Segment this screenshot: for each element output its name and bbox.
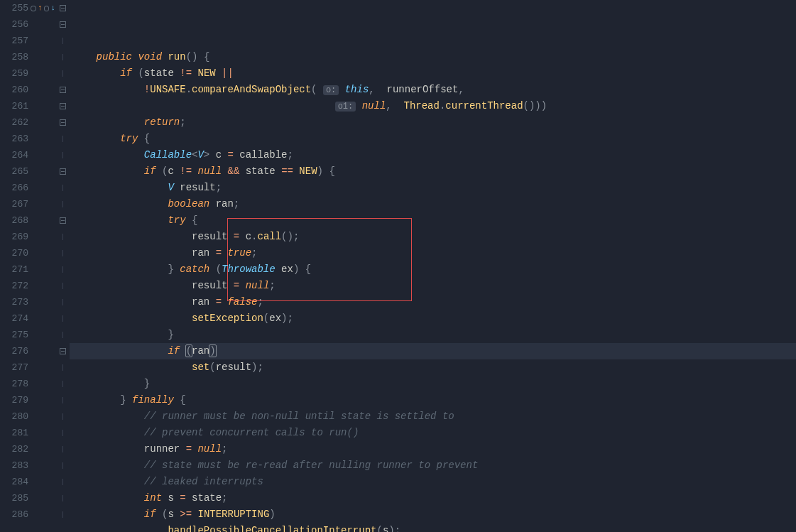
fold-column[interactable] <box>55 152 70 158</box>
fold-spacer <box>62 462 63 469</box>
fold-column[interactable] <box>55 87 70 93</box>
code-line[interactable]: V result; <box>70 180 796 196</box>
fold-column[interactable] <box>55 413 70 420</box>
code-line[interactable]: // prevent concurrent calls to run() <box>70 425 796 441</box>
code-line[interactable]: ran = false; <box>70 294 796 310</box>
code-line[interactable]: int s = state; <box>70 490 796 506</box>
code-area[interactable]: public void run() { if (state != NEW || … <box>70 0 796 532</box>
fold-spacer <box>62 397 63 403</box>
code-line[interactable]: // runner must be non-null until state i… <box>70 408 796 425</box>
code-line[interactable]: // leaked interrupts <box>70 474 796 490</box>
tok-call: call <box>257 231 281 242</box>
tok-runnerOffset: runnerOffset <box>387 84 459 95</box>
code-line[interactable]: if (s >= INTERRUPTING) <box>70 506 796 523</box>
fold-column[interactable] <box>55 168 70 175</box>
op-eq: = <box>186 443 192 455</box>
fold-column[interactable] <box>55 185 70 191</box>
fold-column[interactable] <box>55 283 70 289</box>
code-line[interactable]: Callable<V> c = callable; <box>70 147 796 163</box>
fold-column[interactable] <box>55 348 70 354</box>
code-line[interactable]: } <box>70 327 796 343</box>
code-line[interactable]: runner = null; <box>70 441 796 457</box>
code-line[interactable]: try { <box>70 131 796 147</box>
fold-column[interactable] <box>55 70 70 77</box>
code-line[interactable]: result = null; <box>70 278 796 294</box>
fold-column[interactable] <box>55 479 70 485</box>
tok-void: void <box>138 51 162 63</box>
tok-null: null <box>362 100 386 112</box>
fold-column[interactable] <box>55 462 70 469</box>
code-line[interactable]: handlePossibleCancellationInterrupt(s); <box>70 523 796 532</box>
fold-column[interactable] <box>55 21 70 28</box>
fold-column[interactable] <box>55 446 70 452</box>
fold-column[interactable] <box>55 299 70 305</box>
code-line[interactable]: } catch (Throwable ex) { <box>70 261 796 278</box>
tok-boolean: boolean <box>168 198 209 210</box>
fold-spacer <box>62 152 63 158</box>
line-number: 257 <box>0 33 28 49</box>
gutter-row: 268 <box>0 212 70 229</box>
fold-icon[interactable] <box>60 348 66 354</box>
gutter-row: 273 <box>0 294 70 310</box>
fold-column[interactable] <box>55 38 70 44</box>
code-line[interactable]: setException(ex); <box>70 310 796 327</box>
punct: } <box>120 394 126 406</box>
fold-column[interactable] <box>55 119 70 126</box>
fold-column[interactable] <box>55 5 70 11</box>
fold-column[interactable] <box>55 315 70 322</box>
tok-handlePossibleCancellationInterrupt: handlePossibleCancellationInterrupt <box>168 525 376 532</box>
fold-column[interactable] <box>55 381 70 387</box>
fold-icon[interactable] <box>60 5 66 11</box>
punct: ; <box>180 116 185 128</box>
code-line[interactable]: ran = true; <box>70 245 796 261</box>
code-line[interactable]: } <box>70 376 796 392</box>
fold-column[interactable] <box>55 217 70 224</box>
fold-spacer <box>62 70 63 77</box>
line-number: 255 <box>0 0 28 16</box>
tok-null: null <box>197 443 222 455</box>
code-line[interactable]: public void run() { <box>70 49 796 65</box>
fold-column[interactable] <box>55 250 70 256</box>
code-line[interactable]: if (state != NEW || <box>70 65 796 82</box>
line-number: 286 <box>0 506 28 523</box>
tok-UNSAFE: UNSAFE <box>150 84 185 95</box>
tok-result: result <box>192 280 227 291</box>
code-line[interactable]: boolean ran; <box>70 196 796 212</box>
fold-column[interactable] <box>55 495 70 501</box>
code-line[interactable]: if (ran) <box>70 343 796 359</box>
fold-column[interactable] <box>55 266 70 273</box>
code-editor[interactable]: 255↑ ↓2562572582592602612622632642652662… <box>0 0 796 532</box>
code-line[interactable]: result = c.call(); <box>70 229 796 245</box>
code-line[interactable]: o1: null, Thread.currentThread())) <box>70 98 796 114</box>
code-line[interactable]: try { <box>70 212 796 229</box>
fold-column[interactable] <box>55 332 70 338</box>
code-line[interactable]: set(result); <box>70 359 796 376</box>
line-number: 267 <box>0 196 28 212</box>
fold-icon[interactable] <box>60 217 66 224</box>
fold-icon[interactable] <box>60 21 66 28</box>
tok-state: state <box>246 165 276 177</box>
tok-s: s <box>168 492 173 504</box>
code-line[interactable]: // state must be re-read after nulling r… <box>70 457 796 474</box>
fold-icon[interactable] <box>60 119 66 126</box>
code-line[interactable]: !UNSAFE.compareAndSwapObject( o: this, r… <box>70 82 796 98</box>
fold-column[interactable] <box>55 511 70 518</box>
code-line[interactable]: return; <box>70 114 796 131</box>
fold-column[interactable] <box>55 234 70 240</box>
fold-icon[interactable] <box>60 103 66 109</box>
fold-column[interactable] <box>55 136 70 142</box>
fold-column[interactable] <box>55 103 70 109</box>
fold-column[interactable] <box>55 430 70 436</box>
code-line[interactable]: } finally { <box>70 392 796 408</box>
fold-column[interactable] <box>55 397 70 403</box>
fold-icon[interactable] <box>60 168 66 175</box>
punct: ( <box>263 313 269 324</box>
gutter-row: 267 <box>0 196 70 212</box>
fold-column[interactable] <box>55 201 70 207</box>
fold-column[interactable] <box>55 364 70 371</box>
line-number: 263 <box>0 131 28 147</box>
fold-column[interactable] <box>55 54 70 60</box>
fold-icon[interactable] <box>60 87 66 93</box>
tok-result: result <box>180 182 215 193</box>
code-line[interactable]: if (c != null && state == NEW) { <box>70 163 796 180</box>
